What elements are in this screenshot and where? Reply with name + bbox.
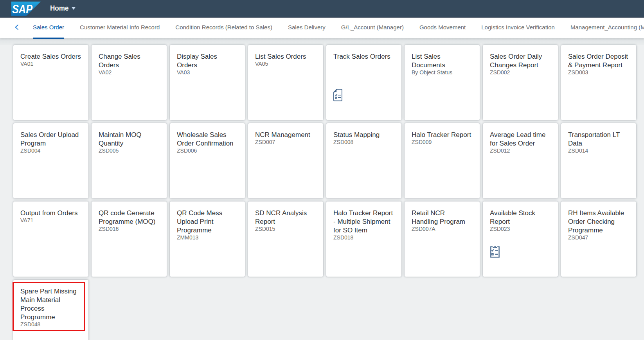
svg-text:SAP: SAP [12,2,32,16]
